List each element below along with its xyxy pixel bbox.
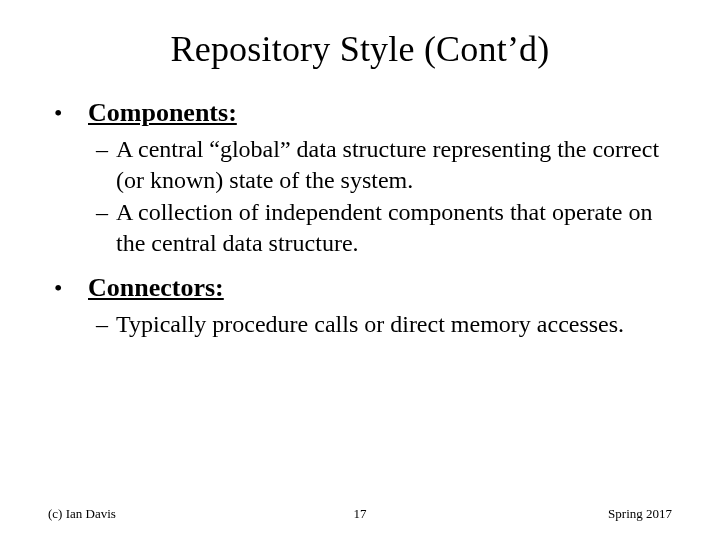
list-item: – A collection of independent components… xyxy=(48,197,672,258)
section-items: – A central “global” data structure repr… xyxy=(48,134,672,259)
content-list: • Components: – A central “global” data … xyxy=(48,98,672,340)
list-item: – Typically procedure calls or direct me… xyxy=(48,309,672,340)
dash-icon: – xyxy=(48,311,116,338)
item-text: A central “global” data structure repres… xyxy=(116,134,672,195)
section-items: – Typically procedure calls or direct me… xyxy=(48,309,672,340)
bullet-icon: • xyxy=(48,276,88,300)
footer-page-number: 17 xyxy=(48,506,672,522)
list-item: – A central “global” data structure repr… xyxy=(48,134,672,195)
dash-icon: – xyxy=(48,136,116,163)
bullet-icon: • xyxy=(48,101,88,125)
slide: Repository Style (Cont’d) • Components: … xyxy=(0,0,720,540)
item-text: Typically procedure calls or direct memo… xyxy=(116,309,624,340)
section-heading-row: • Connectors: xyxy=(48,273,672,303)
section-heading: Connectors: xyxy=(88,273,224,303)
item-text: A collection of independent components t… xyxy=(116,197,672,258)
footer: (c) Ian Davis 17 Spring 2017 xyxy=(48,506,672,522)
section-heading: Components: xyxy=(88,98,237,128)
section-heading-row: • Components: xyxy=(48,98,672,128)
section-connectors: • Connectors: – Typically procedure call… xyxy=(48,273,672,340)
dash-icon: – xyxy=(48,199,116,226)
section-components: • Components: – A central “global” data … xyxy=(48,98,672,259)
slide-title: Repository Style (Cont’d) xyxy=(48,28,672,70)
